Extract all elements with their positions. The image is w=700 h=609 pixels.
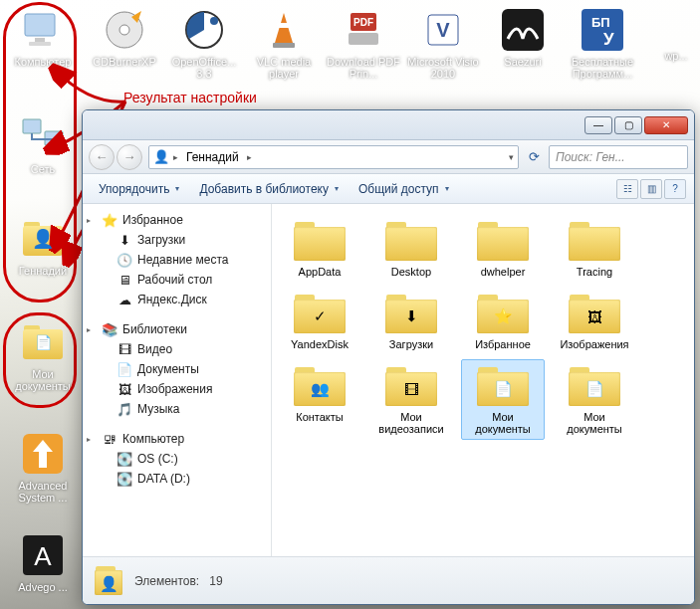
app-icon: [19, 430, 67, 478]
nav-item[interactable]: ⬇Загрузки: [83, 230, 271, 250]
app-icon: PDF: [340, 6, 387, 54]
close-button[interactable]: ✕: [644, 116, 688, 134]
maximize-button[interactable]: ▢: [614, 116, 642, 134]
desktop-icon-advego[interactable]: A Advego ...: [4, 531, 82, 593]
app-icon: A: [19, 531, 67, 579]
desktop-icon-advanced[interactable]: Advanced System ...: [4, 430, 82, 504]
desktop-label: CDBurnerXP: [86, 56, 163, 68]
folder-item[interactable]: Desktop: [369, 214, 453, 283]
folder-item[interactable]: 📄Мои документы: [461, 359, 545, 440]
folder-item[interactable]: 📄Мои документы: [553, 359, 636, 440]
status-elements-count: 19: [209, 574, 222, 588]
explorer-window: — ▢ ✕ ← → 👤 ▸ Геннадий ▸ ▾ ⟳ Поиск: Ген.…: [82, 109, 695, 605]
folder-item[interactable]: ✓YandexDisk: [278, 287, 361, 355]
address-bar[interactable]: 👤 ▸ Геннадий ▸ ▾: [148, 145, 519, 169]
svg-point-11: [210, 17, 218, 25]
folder-label: Загрузки: [374, 338, 448, 350]
folder-label: dwhelper: [466, 266, 540, 278]
svg-rect-16: [349, 33, 378, 45]
status-bar: 👤 Элементов: 19: [83, 556, 694, 604]
nav-item[interactable]: 🖥Рабочий стол: [83, 270, 271, 290]
desktop-icon-wp[interactable]: wp...: [653, 50, 699, 62]
breadcrumb-item[interactable]: Геннадий: [182, 150, 243, 164]
folder-label: Контакты: [283, 411, 356, 423]
help-button[interactable]: ?: [664, 179, 686, 199]
yadisk-icon: ☁: [117, 292, 132, 307]
folder-icon: ⬇: [383, 292, 439, 335]
view-button[interactable]: ☷: [616, 179, 638, 199]
desktop-icon-pdfprint[interactable]: PDF Download PDF Prin...: [325, 6, 402, 80]
nav-pane[interactable]: ▸⭐Избранное ⬇Загрузки 🕓Недавние места 🖥Р…: [83, 204, 272, 556]
desktop-icon-cdburner[interactable]: CDBurnerXP: [86, 6, 163, 68]
folder-icon: ✓: [292, 292, 348, 335]
nav-item[interactable]: 💽OS (C:): [83, 449, 271, 469]
folder-label: Мои видеозаписи: [374, 411, 448, 435]
nav-item[interactable]: 🖼Изображения: [83, 379, 271, 399]
folder-item[interactable]: AppData: [278, 214, 361, 283]
folder-item[interactable]: Tracing: [553, 214, 636, 283]
folder-item[interactable]: ⭐Избранное: [461, 287, 545, 355]
user-folder-icon: 👤: [153, 149, 169, 165]
nav-item[interactable]: 📄Документы: [83, 359, 271, 379]
folder-item[interactable]: ⬇Загрузки: [369, 287, 453, 355]
nav-item[interactable]: 🕓Недавние места: [83, 250, 271, 270]
preview-pane-button[interactable]: ▥: [640, 179, 662, 199]
search-input[interactable]: Поиск: Ген...: [549, 145, 688, 169]
nav-item[interactable]: ☁Яндекс.Диск: [83, 290, 271, 309]
desktop-icon-openoffice[interactable]: OpenOffice... 3.3: [165, 6, 243, 80]
desktop-icon-visio[interactable]: V Microsoft Visio 2010: [404, 6, 482, 80]
organize-button[interactable]: Упорядочить: [91, 179, 187, 199]
folder-icon: [475, 219, 531, 263]
library-icon: 📚: [102, 321, 117, 337]
svg-text:PDF: PDF: [353, 17, 373, 28]
back-button[interactable]: ←: [89, 144, 115, 170]
desktop-icon-vlc[interactable]: VLC media player: [245, 6, 323, 80]
folder-icon: 🎞: [383, 364, 439, 408]
documents-icon: 📄: [117, 361, 132, 377]
folder-label: YandexDisk: [283, 338, 356, 350]
desktop-icon-saezuri[interactable]: Saezuri: [484, 6, 562, 68]
desktop-label: OpenOffice... 3.3: [165, 56, 243, 80]
nav-favorites[interactable]: ▸⭐Избранное: [83, 210, 271, 230]
drive-icon: 💽: [117, 451, 132, 467]
app-icon: [499, 6, 547, 54]
folder-icon: 👥: [292, 364, 348, 408]
music-icon: 🎵: [117, 401, 132, 417]
nav-item[interactable]: 🎵Музыка: [83, 399, 271, 419]
titlebar[interactable]: — ▢ ✕: [83, 110, 694, 140]
toolbar: Упорядочить Добавить в библиотеку Общий …: [83, 174, 694, 204]
folder-icon: 📄: [475, 364, 531, 408]
nav-computer[interactable]: ▸🖳Компьютер: [83, 429, 271, 449]
folder-icon: 🖼: [567, 292, 622, 335]
folder-label: Избранное: [466, 338, 540, 350]
desktop-icon-bpu[interactable]: БПУ Бесплатные Программ...: [564, 6, 641, 80]
minimize-button[interactable]: —: [584, 116, 612, 134]
svg-rect-12: [277, 23, 291, 28]
content-pane[interactable]: AppDataDesktopdwhelperTracing✓YandexDisk…: [272, 204, 694, 556]
folder-icon: [292, 219, 348, 263]
navbar: ← → 👤 ▸ Геннадий ▸ ▾ ⟳ Поиск: Ген...: [83, 140, 694, 174]
svg-text:БП: БП: [591, 15, 610, 30]
folder-item[interactable]: 🎞Мои видеозаписи: [369, 359, 453, 440]
user-folder-icon: 👤: [93, 565, 124, 597]
folder-label: Мои документы: [466, 411, 540, 435]
nav-item[interactable]: 🎞Видео: [83, 339, 271, 359]
search-placeholder: Поиск: Ген...: [556, 150, 625, 164]
folder-icon: [383, 219, 439, 263]
forward-button[interactable]: →: [117, 144, 142, 170]
nav-item[interactable]: 💽DATA (D:): [83, 469, 271, 489]
nav-libraries[interactable]: ▸📚Библиотеки: [83, 319, 271, 339]
desktop-label: VLC media player: [245, 56, 323, 80]
folder-item[interactable]: 🖼Изображения: [553, 287, 636, 355]
add-to-library-button[interactable]: Добавить в библиотеку: [191, 179, 347, 199]
refresh-button[interactable]: ⟳: [523, 146, 545, 168]
pictures-icon: 🖼: [117, 381, 132, 397]
folder-item[interactable]: 👥Контакты: [278, 359, 361, 440]
desktop-icon: 🖥: [117, 272, 132, 288]
status-elements-label: Элементов:: [134, 574, 199, 588]
share-button[interactable]: Общий доступ: [350, 179, 457, 199]
folder-label: Мои документы: [558, 411, 631, 435]
user-folder-icon: 👤: [19, 215, 67, 263]
chevron-down-icon[interactable]: ▾: [509, 152, 514, 162]
folder-item[interactable]: dwhelper: [461, 214, 545, 283]
